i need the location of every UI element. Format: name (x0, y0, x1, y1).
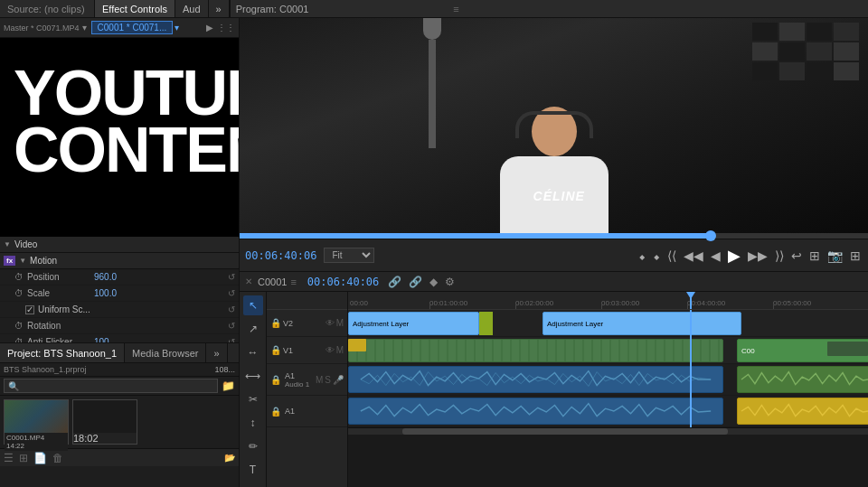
play-back-btn[interactable]: ◀ (709, 248, 722, 263)
text-tool[interactable]: T (243, 460, 263, 480)
go-to-out-btn[interactable]: ⟩⟩ (773, 248, 786, 263)
uniform-scale-row[interactable]: ✓ Uniform Sc... ↺ (0, 302, 239, 318)
ripple-tool[interactable]: ↔ (243, 342, 263, 362)
monitor-progress-bar[interactable] (240, 233, 868, 239)
track-select-tool[interactable]: ↗ (243, 319, 263, 339)
select-tool[interactable]: ↖ (243, 295, 263, 315)
timeline-menu-icon[interactable]: ≡ (290, 276, 296, 287)
slip-tool[interactable]: ↕ (243, 413, 263, 433)
uniform-scale-checkbox[interactable]: ✓ (25, 305, 34, 314)
v1-settings-icon[interactable]: M (336, 345, 344, 355)
timeline-tracks-area[interactable]: 00:00 00:01:00:00 00:02:00:00 00:03:00:0… (348, 292, 868, 487)
clip-thumb-2[interactable]: 18:02 (72, 399, 137, 445)
a1-second-audio[interactable] (737, 366, 868, 393)
a1-main-audio[interactable] (348, 366, 723, 393)
settings-btn[interactable]: ⊞ (848, 248, 863, 263)
a2-main-audio[interactable] (348, 398, 723, 425)
expand-panel-btn[interactable]: » (209, 0, 230, 17)
acoustic-panel (779, 42, 805, 61)
youtube-text-overlay: YOUTUBECONTENT (14, 65, 239, 179)
settings-tool[interactable]: ⚙ (443, 276, 457, 288)
source-label: Source: (no clips) (7, 4, 85, 14)
position-row[interactable]: ⏱ Position 960.0 ↺ (0, 269, 239, 286)
media-browser-tab[interactable]: Media Browser (125, 343, 206, 362)
v1-lock-icon[interactable]: 🔒 (270, 345, 281, 355)
active-clip-btn[interactable]: C0001 * C0071... (91, 21, 174, 34)
close-seq-icon[interactable]: ✕ (245, 276, 252, 286)
a1-icons: M S 🎤 (316, 375, 344, 385)
adjustment-layer-2[interactable]: Adjustment Layer (542, 312, 741, 335)
project-tab[interactable]: Project: BTS Shanoon_1 (0, 343, 125, 362)
a1-mic-icon[interactable]: 🎤 (333, 375, 344, 385)
fit-selector[interactable]: Fit 25% 50% 100% (324, 248, 374, 263)
scale-stopwatch[interactable]: ⏱ (14, 288, 24, 298)
pen-tool[interactable]: ✏ (243, 436, 263, 456)
link-tool[interactable]: 🔗 (407, 276, 424, 288)
scale-value[interactable]: 100.0 (94, 288, 117, 298)
list-view-icon[interactable]: ☰ (4, 452, 14, 464)
program-menu-icon[interactable]: ≡ (453, 4, 458, 14)
v2-settings-icon[interactable]: M (336, 318, 344, 328)
a2-lock-icon[interactable]: 🔒 (270, 407, 281, 417)
rotation-reset[interactable]: ↺ (228, 321, 235, 331)
audio-tab[interactable]: Aud (175, 0, 209, 17)
uniform-scale-reset[interactable]: ↺ (228, 304, 235, 314)
a1-mute-icon[interactable]: M (316, 375, 323, 385)
export-frame-btn[interactable]: 📷 (826, 248, 844, 263)
step-back-btn[interactable]: ◀◀ (682, 248, 705, 263)
step-fwd-btn[interactable]: ▶▶ (746, 248, 769, 263)
a2-orange-clip[interactable] (737, 398, 868, 425)
razor-tool[interactable]: ✂ (243, 389, 263, 409)
mark-out-btn[interactable]: ⬥ (651, 248, 662, 263)
expand-project-btn[interactable]: » (206, 343, 227, 362)
celine-logo: CÉLINE (533, 189, 585, 203)
adjustment-layer-1[interactable]: Adjustment Layer (348, 312, 479, 335)
fx-motion-header[interactable]: fx ▼ Motion (0, 253, 239, 269)
v1-eye-icon[interactable]: 👁 (326, 345, 335, 355)
a1-lock-icon[interactable]: 🔒 (270, 375, 281, 385)
rolling-tool[interactable]: ⟷ (243, 366, 263, 386)
v1-main-clip[interactable] (348, 339, 723, 362)
project-search-input[interactable] (19, 381, 213, 390)
a1-solo-icon[interactable]: S (325, 375, 331, 385)
snap-tool[interactable]: 🔗 (386, 276, 403, 288)
new-item-icon[interactable]: 📄 (33, 452, 47, 464)
timeline-scrollbar[interactable] (348, 427, 868, 435)
effects-scroll-area[interactable]: ▼ Video fx ▼ Motion ⏱ Position 960.0 ↺ ⏱… (0, 237, 239, 342)
position-value[interactable]: 960.0 (94, 272, 117, 282)
progress-handle[interactable] (705, 230, 716, 241)
color-block-1[interactable] (479, 312, 493, 335)
play-btn[interactable]: ▶ (726, 246, 742, 266)
position-reset[interactable]: ↺ (228, 272, 235, 282)
rotation-stopwatch[interactable]: ⏱ (14, 321, 24, 331)
go-to-in-btn[interactable]: ⟨⟨ (665, 248, 678, 263)
antiflicker-row[interactable]: ⏱ Anti-Flicker... 100 ↺ (0, 334, 239, 342)
track-headers: 🔒 V2 👁 M 🔒 V1 👁 M (267, 292, 348, 487)
studio-background: CÉLINE (240, 18, 868, 233)
source-tab[interactable]: Source: (no clips) (0, 0, 95, 17)
ruler-mark-5: 00:05:00:00 (773, 299, 811, 307)
effect-controls-tab[interactable]: Effect Controls (95, 0, 175, 17)
loop-btn[interactable]: ↩ (789, 248, 804, 263)
scrollbar-thumb[interactable] (402, 428, 728, 435)
position-stopwatch[interactable]: ⏱ (14, 272, 24, 282)
safe-margin-btn[interactable]: ⊞ (807, 248, 822, 263)
rotation-label: Rotation (27, 321, 90, 331)
mark-in-btn[interactable]: ⬥ (637, 248, 647, 263)
scale-row[interactable]: ⏱ Scale 100.0 ↺ (0, 286, 239, 302)
new-folder-icon[interactable]: 📁 (222, 379, 235, 392)
rotation-row[interactable]: ⏱ Rotation ↺ (0, 318, 239, 334)
scroll-right-icon: ▶ (206, 23, 213, 33)
panel-options-icon[interactable]: ⋮⋮ (217, 23, 235, 33)
mic-head (423, 18, 441, 40)
scale-reset[interactable]: ↺ (228, 288, 235, 298)
icon-view-icon[interactable]: ⊞ (19, 452, 28, 464)
delete-icon[interactable]: 🗑 (52, 452, 63, 464)
v1-c00-clip[interactable]: C00 (737, 339, 868, 362)
new-bin-btn[interactable]: 📂 (224, 453, 235, 463)
add-marker[interactable]: ◆ (428, 276, 439, 288)
v2-lock-icon[interactable]: 🔒 (270, 318, 281, 328)
clip-thumb-1[interactable]: C0001.MP4 14:22 (4, 399, 69, 445)
mic-stand (429, 40, 436, 148)
v2-eye-icon[interactable]: 👁 (326, 318, 335, 328)
